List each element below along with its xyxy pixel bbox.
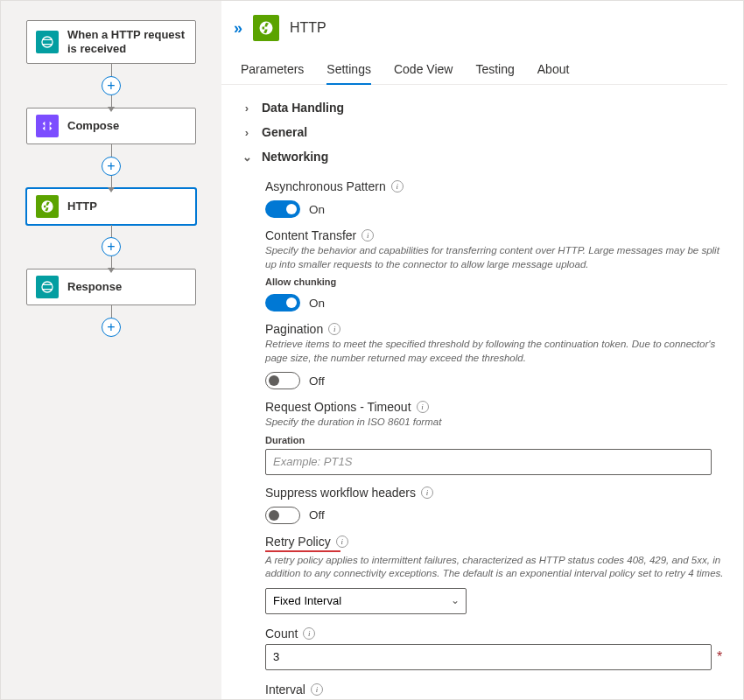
node-compose[interactable]: Compose [26,108,196,144]
pagination-title: Pagination [265,322,323,336]
toggle-state-label: Off [309,374,325,388]
info-icon[interactable]: i [303,627,315,640]
info-icon[interactable]: i [311,683,323,696]
add-action-button[interactable]: + [102,318,121,337]
workflow-canvas: When a HTTP request is received + Compos… [1,1,221,699]
node-response[interactable]: Response [26,269,196,305]
retry-policy-select[interactable] [265,588,467,614]
content-transfer-desc: Specify the behavior and capabilities fo… [265,244,727,271]
section-title: Data Handling [262,101,344,115]
suppress-headers-title: Suppress workflow headers [265,486,416,500]
node-label: Compose [67,119,119,133]
toggle-state-label: On [309,203,325,216]
node-trigger-http-request[interactable]: When a HTTP request is received [26,20,196,64]
node-http[interactable]: HTTP [26,188,196,225]
duration-label: Duration [265,435,727,445]
node-label: When a HTTP request is received [67,28,186,57]
node-label: Response [67,280,122,294]
retry-policy-desc: A retry policy applies to intermittent f… [265,554,727,581]
info-icon[interactable]: i [421,486,433,499]
tab-about[interactable]: About [537,62,570,84]
info-icon[interactable]: i [391,180,404,192]
node-label: HTTP [67,200,97,214]
tab-code-view[interactable]: Code View [394,62,453,84]
allow-chunking-label: Allow chunking [265,276,727,287]
section-general[interactable]: › General [241,120,727,144]
compose-icon [36,115,59,137]
info-icon[interactable]: i [417,401,429,413]
action-settings-panel: » HTTP Parameters Settings Code View Tes… [221,1,743,699]
collapse-panel-icon[interactable]: » [234,19,242,38]
add-action-button[interactable]: + [102,76,121,95]
info-icon[interactable]: i [336,536,348,548]
tab-settings[interactable]: Settings [326,62,371,85]
retry-count-input[interactable] [265,644,712,670]
chevron-down-icon: ⌄ [241,150,253,164]
section-networking[interactable]: ⌄ Networking [241,144,727,169]
response-icon [36,276,59,298]
http-icon [253,15,279,41]
content-transfer-title: Content Transfer [265,228,356,242]
info-icon[interactable]: i [361,229,374,242]
retry-policy-title: Retry Policy [265,535,331,549]
chevron-right-icon: › [241,102,253,115]
retry-count-label: Count [265,626,298,640]
toggle-state-label: Off [309,508,325,522]
pagination-desc: Retrieve items to meet the specified thr… [265,338,727,365]
section-title: General [262,125,307,139]
info-icon[interactable]: i [328,323,340,335]
add-action-button[interactable]: + [102,157,121,176]
suppress-headers-toggle[interactable] [265,507,300,524]
retry-interval-label: Interval [265,682,305,696]
section-data-handling[interactable]: › Data Handling [241,95,727,120]
allow-chunking-toggle[interactable] [265,294,300,312]
required-indicator: * [717,650,722,664]
section-title: Networking [262,150,328,164]
toggle-state-label: On [309,297,325,310]
add-action-button[interactable]: + [102,237,121,256]
timeout-title: Request Options - Timeout [265,400,411,414]
timeout-desc: Specify the duration in ISO 8601 format [265,416,727,430]
async-pattern-toggle[interactable] [265,200,300,218]
pagination-toggle[interactable] [265,372,300,389]
retry-underline [265,550,340,552]
http-request-icon [36,31,59,53]
duration-input[interactable] [265,449,712,475]
http-icon [36,195,59,218]
panel-title: HTTP [290,20,326,36]
chevron-right-icon: › [241,126,253,139]
async-pattern-title: Asynchronous Pattern [265,179,386,193]
tab-testing[interactable]: Testing [475,62,514,84]
panel-tabs: Parameters Settings Code View Testing Ab… [221,45,727,85]
tab-parameters[interactable]: Parameters [241,62,304,84]
